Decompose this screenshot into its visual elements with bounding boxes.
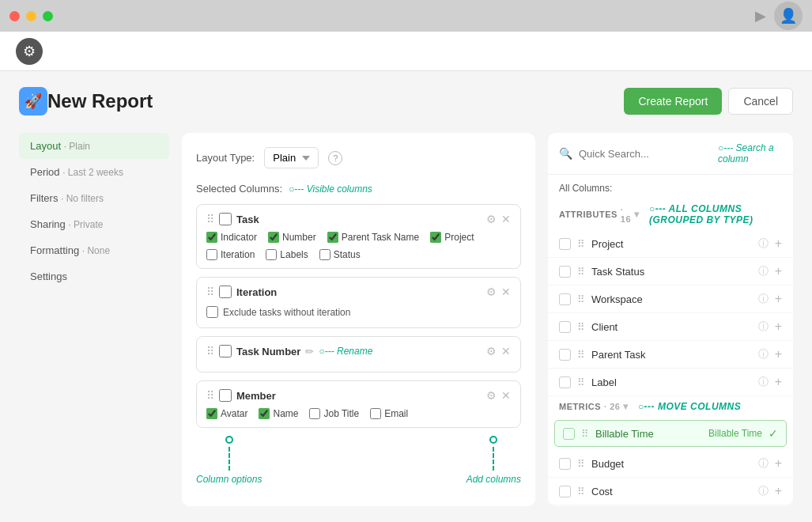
panels-row: Layout · Plain Period · Last 2 weeks Fil… xyxy=(19,133,793,506)
label-info-icon[interactable]: ⓘ xyxy=(758,375,769,389)
column-row-project[interactable]: ⠿ Project ⓘ + xyxy=(548,230,793,258)
parenttask-info-icon[interactable]: ⓘ xyxy=(758,347,769,361)
iteration-close-icon[interactable]: ✕ xyxy=(501,286,511,298)
member-settings-icon[interactable]: ⚙ xyxy=(486,389,497,402)
rename-icon[interactable]: ✏ xyxy=(305,346,314,357)
cost-col-checkbox[interactable] xyxy=(559,486,571,497)
parenttask-add-icon[interactable]: + xyxy=(775,347,782,361)
sidebar-item-filters[interactable]: Filters · No filters xyxy=(19,185,169,211)
avatar[interactable]: 👤 xyxy=(774,2,803,30)
member-name-checkbox[interactable]: Name xyxy=(259,408,298,419)
iteration-section-actions: ⚙ ✕ xyxy=(486,286,511,298)
column-row-client[interactable]: ⠿ Client ⓘ + xyxy=(548,313,793,341)
column-row-label[interactable]: ⠿ Label ⓘ + xyxy=(548,369,793,396)
column-row-billable-time[interactable]: ⠿ Billable Time Billable Time ✓ xyxy=(554,420,787,447)
titlebar: ▶ 👤 xyxy=(0,0,812,32)
add-columns-line xyxy=(493,447,494,471)
task-settings-icon[interactable]: ⚙ xyxy=(486,213,497,225)
project-add-icon[interactable]: + xyxy=(775,236,782,251)
maximize-dot[interactable] xyxy=(43,11,53,21)
sidebar-item-layout[interactable]: Layout · Plain xyxy=(19,133,169,159)
tasknumber-close-icon[interactable]: ✕ xyxy=(501,345,511,357)
label-add-icon[interactable]: + xyxy=(775,375,782,389)
right-search-row: 🔍 ○--- Search a column xyxy=(548,133,793,175)
metrics-group-header: METRICS · 26 ▾ ○--- Move columns xyxy=(548,396,793,417)
search-annotation: ○--- Search a column xyxy=(718,142,782,165)
member-drag-handle[interactable]: ⠿ xyxy=(206,389,214,402)
task-indicator-checkbox[interactable]: Indicator xyxy=(206,232,257,243)
task-iteration-checkbox[interactable]: Iteration xyxy=(206,249,255,260)
task-section-checkbox[interactable] xyxy=(219,213,232,225)
cost-add-icon[interactable]: + xyxy=(775,484,782,498)
task-status-checkbox[interactable]: Status xyxy=(319,249,361,260)
task-number-checkbox[interactable]: Number xyxy=(268,232,316,243)
label-drag-handle: ⠿ xyxy=(577,376,585,388)
tasknumber-drag-handle[interactable]: ⠿ xyxy=(206,345,214,357)
tasknumber-settings-icon[interactable]: ⚙ xyxy=(486,345,497,357)
budget-info-icon[interactable]: ⓘ xyxy=(758,456,769,471)
project-col-checkbox[interactable] xyxy=(559,238,571,250)
taskstatus-col-checkbox[interactable] xyxy=(559,266,571,278)
parenttask-col-checkbox[interactable] xyxy=(559,349,571,361)
client-drag-handle: ⠿ xyxy=(577,321,585,333)
iteration-section-checkbox[interactable] xyxy=(219,286,232,298)
billabletime-check-icon[interactable]: ✓ xyxy=(769,427,778,440)
taskstatus-add-icon[interactable]: + xyxy=(775,264,782,278)
sidebar-item-formatting[interactable]: Formatting · None xyxy=(19,237,169,263)
workspace-col-checkbox[interactable] xyxy=(559,293,571,305)
exclude-row: Exclude tasks without iteration xyxy=(206,304,511,320)
task-drag-handle[interactable]: ⠿ xyxy=(206,213,214,225)
create-report-button[interactable]: Create Report xyxy=(624,88,722,115)
iteration-settings-icon[interactable]: ⚙ xyxy=(486,286,497,298)
close-dot[interactable] xyxy=(9,11,20,21)
task-parenttaskname-checkbox[interactable]: Parent Task Name xyxy=(327,232,420,243)
cost-info-icon[interactable]: ⓘ xyxy=(758,484,769,498)
exclude-checkbox[interactable] xyxy=(206,306,218,318)
sidebar-item-sharing[interactable]: Sharing · Private xyxy=(19,211,169,237)
taskstatus-info-icon[interactable]: ⓘ xyxy=(758,264,769,278)
metrics-count: · 26 xyxy=(604,402,620,411)
member-avatar-checkbox[interactable]: Avatar xyxy=(206,408,247,419)
budget-col-checkbox[interactable] xyxy=(559,458,571,470)
selected-columns-header: Selected Columns: ○--- Visible columns xyxy=(196,183,521,195)
label-col-checkbox[interactable] xyxy=(559,376,571,388)
minimize-dot[interactable] xyxy=(26,11,36,21)
project-drag-handle: ⠿ xyxy=(577,238,585,250)
column-row-budget[interactable]: ⠿ Budget ⓘ + xyxy=(548,450,793,478)
task-close-icon[interactable]: ✕ xyxy=(501,213,511,225)
metrics-chevron[interactable]: ▾ xyxy=(623,401,629,412)
member-section-checkbox[interactable] xyxy=(219,389,232,402)
cancel-button[interactable]: Cancel xyxy=(728,88,793,115)
member-close-icon[interactable]: ✕ xyxy=(501,389,511,402)
task-labels-checkbox[interactable]: Labels xyxy=(266,249,308,260)
tasknumber-section-checkbox[interactable] xyxy=(219,345,232,357)
member-jobtitle-checkbox[interactable]: Job Title xyxy=(309,408,359,419)
task-project-checkbox[interactable]: Project xyxy=(430,232,474,243)
workspace-info-icon[interactable]: ⓘ xyxy=(758,292,769,306)
column-row-cost[interactable]: ⠿ Cost ⓘ + xyxy=(548,478,793,505)
search-input[interactable] xyxy=(579,148,712,160)
metrics-annotation: ○--- Move columns xyxy=(638,401,741,412)
label-col-name: Label xyxy=(591,376,752,388)
rename-row: Task Number ✏ ○--- Rename xyxy=(236,346,372,357)
task-checkboxes: Indicator Number Parent Task Name Projec… xyxy=(206,232,511,260)
billabletime-col-checkbox[interactable] xyxy=(563,428,575,440)
column-row-parenttask[interactable]: ⠿ Parent Task ⓘ + xyxy=(548,341,793,369)
member-email-checkbox[interactable]: Email xyxy=(370,408,408,419)
play-icon[interactable]: ▶ xyxy=(755,7,766,25)
layout-help-icon[interactable]: ? xyxy=(328,151,342,165)
layout-type-select[interactable]: Plain xyxy=(264,147,319,168)
column-row-taskstatus[interactable]: ⠿ Task Status ⓘ + xyxy=(548,258,793,286)
budget-add-icon[interactable]: + xyxy=(775,456,782,471)
iteration-drag-handle[interactable]: ⠿ xyxy=(206,286,214,298)
workspace-add-icon[interactable]: + xyxy=(775,292,782,306)
sidebar-item-period[interactable]: Period · Last 2 weeks xyxy=(19,159,169,185)
project-info-icon[interactable]: ⓘ xyxy=(758,236,769,251)
client-add-icon[interactable]: + xyxy=(775,320,782,334)
attributes-chevron[interactable]: ▾ xyxy=(634,209,640,220)
sidebar-item-settings[interactable]: Settings xyxy=(19,263,169,289)
client-info-icon[interactable]: ⓘ xyxy=(758,320,769,334)
column-row-workspace[interactable]: ⠿ Workspace ⓘ + xyxy=(548,286,793,313)
metrics-label: METRICS xyxy=(559,402,601,411)
client-col-checkbox[interactable] xyxy=(559,321,571,333)
